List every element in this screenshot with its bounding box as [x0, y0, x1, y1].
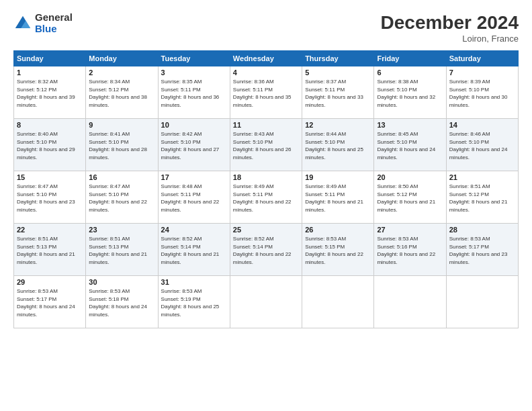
- table-row: 14 Sunrise: 8:46 AM Sunset: 5:10 PM Dayl…: [446, 119, 518, 171]
- logo-text: General Blue: [35, 12, 73, 34]
- table-row: 16 Sunrise: 8:47 AM Sunset: 5:10 PM Dayl…: [86, 171, 158, 224]
- table-row: [302, 276, 374, 328]
- table-row: 31 Sunrise: 8:53 AM Sunset: 5:19 PM Dayl…: [158, 276, 230, 328]
- header-row: Sunday Monday Tuesday Wednesday Thursday…: [14, 51, 519, 66]
- day-info: Sunrise: 8:51 AM Sunset: 5:13 PM Dayligh…: [89, 235, 154, 266]
- day-number: 22: [17, 226, 83, 234]
- day-info: Sunrise: 8:40 AM Sunset: 5:10 PM Dayligh…: [17, 130, 83, 161]
- table-row: 1 Sunrise: 8:32 AM Sunset: 5:12 PM Dayli…: [14, 66, 86, 119]
- day-number: 11: [233, 121, 299, 129]
- day-info: Sunrise: 8:37 AM Sunset: 5:11 PM Dayligh…: [305, 78, 371, 109]
- table-row: 7 Sunrise: 8:39 AM Sunset: 5:10 PM Dayli…: [446, 66, 518, 119]
- table-row: 28 Sunrise: 8:53 AM Sunset: 5:17 PM Dayl…: [446, 224, 518, 276]
- day-info: Sunrise: 8:35 AM Sunset: 5:11 PM Dayligh…: [161, 78, 227, 109]
- logo-blue: Blue: [35, 24, 73, 35]
- day-info: Sunrise: 8:51 AM Sunset: 5:12 PM Dayligh…: [449, 183, 515, 214]
- day-number: 20: [377, 173, 443, 181]
- day-info: Sunrise: 8:51 AM Sunset: 5:13 PM Dayligh…: [17, 235, 83, 266]
- table-row: 21 Sunrise: 8:51 AM Sunset: 5:12 PM Dayl…: [446, 171, 518, 224]
- table-row: 9 Sunrise: 8:41 AM Sunset: 5:10 PM Dayli…: [86, 119, 158, 171]
- day-info: Sunrise: 8:53 AM Sunset: 5:17 PM Dayligh…: [449, 235, 515, 266]
- col-wednesday: Wednesday: [230, 51, 302, 66]
- day-info: Sunrise: 8:38 AM Sunset: 5:10 PM Dayligh…: [377, 78, 443, 109]
- calendar-week-row: 8 Sunrise: 8:40 AM Sunset: 5:10 PM Dayli…: [14, 119, 519, 171]
- table-row: [374, 276, 446, 328]
- day-number: 2: [89, 68, 154, 77]
- day-number: 16: [89, 173, 154, 181]
- table-row: 19 Sunrise: 8:49 AM Sunset: 5:11 PM Dayl…: [302, 171, 374, 224]
- col-friday: Friday: [374, 51, 446, 66]
- day-info: Sunrise: 8:41 AM Sunset: 5:10 PM Dayligh…: [89, 130, 154, 161]
- day-number: 9: [89, 121, 154, 129]
- day-info: Sunrise: 8:53 AM Sunset: 5:18 PM Dayligh…: [89, 287, 154, 318]
- day-info: Sunrise: 8:42 AM Sunset: 5:10 PM Dayligh…: [161, 130, 227, 161]
- logo-icon: [13, 14, 32, 33]
- day-info: Sunrise: 8:52 AM Sunset: 5:14 PM Dayligh…: [161, 235, 227, 266]
- day-number: 31: [161, 278, 227, 286]
- table-row: 17 Sunrise: 8:48 AM Sunset: 5:11 PM Dayl…: [158, 171, 230, 224]
- month-title: December 2024: [381, 12, 519, 34]
- logo-general: General: [35, 12, 73, 24]
- table-row: 13 Sunrise: 8:45 AM Sunset: 5:10 PM Dayl…: [374, 119, 446, 171]
- table-row: 25 Sunrise: 8:52 AM Sunset: 5:14 PM Dayl…: [230, 224, 302, 276]
- day-number: 21: [449, 173, 515, 181]
- day-info: Sunrise: 8:48 AM Sunset: 5:11 PM Dayligh…: [161, 183, 227, 214]
- day-number: 27: [377, 226, 443, 234]
- page: General Blue December 2024 Loiron, Franc…: [0, 0, 532, 411]
- calendar-week-row: 1 Sunrise: 8:32 AM Sunset: 5:12 PM Dayli…: [14, 66, 519, 119]
- day-number: 1: [17, 68, 83, 77]
- location: Loiron, France: [381, 34, 519, 44]
- day-number: 12: [305, 121, 371, 129]
- table-row: 26 Sunrise: 8:53 AM Sunset: 5:15 PM Dayl…: [302, 224, 374, 276]
- table-row: 11 Sunrise: 8:43 AM Sunset: 5:10 PM Dayl…: [230, 119, 302, 171]
- day-info: Sunrise: 8:44 AM Sunset: 5:10 PM Dayligh…: [305, 130, 371, 161]
- day-info: Sunrise: 8:49 AM Sunset: 5:11 PM Dayligh…: [305, 183, 371, 214]
- table-row: [230, 276, 302, 328]
- day-info: Sunrise: 8:36 AM Sunset: 5:11 PM Dayligh…: [233, 78, 299, 109]
- table-row: 24 Sunrise: 8:52 AM Sunset: 5:14 PM Dayl…: [158, 224, 230, 276]
- day-info: Sunrise: 8:53 AM Sunset: 5:16 PM Dayligh…: [377, 235, 443, 266]
- day-info: Sunrise: 8:53 AM Sunset: 5:15 PM Dayligh…: [305, 235, 371, 266]
- day-number: 6: [377, 68, 443, 77]
- day-number: 30: [89, 278, 154, 286]
- table-row: 22 Sunrise: 8:51 AM Sunset: 5:13 PM Dayl…: [14, 224, 86, 276]
- day-number: 3: [161, 68, 227, 77]
- day-number: 24: [161, 226, 227, 234]
- day-number: 17: [161, 173, 227, 181]
- table-row: 3 Sunrise: 8:35 AM Sunset: 5:11 PM Dayli…: [158, 66, 230, 119]
- table-row: [446, 276, 518, 328]
- day-number: 8: [17, 121, 83, 129]
- day-info: Sunrise: 8:47 AM Sunset: 5:10 PM Dayligh…: [17, 183, 83, 214]
- calendar-table: Sunday Monday Tuesday Wednesday Thursday…: [13, 50, 519, 328]
- day-info: Sunrise: 8:32 AM Sunset: 5:12 PM Dayligh…: [17, 78, 83, 109]
- day-info: Sunrise: 8:39 AM Sunset: 5:10 PM Dayligh…: [449, 78, 515, 109]
- day-number: 7: [449, 68, 515, 77]
- day-info: Sunrise: 8:46 AM Sunset: 5:10 PM Dayligh…: [449, 130, 515, 161]
- day-info: Sunrise: 8:49 AM Sunset: 5:11 PM Dayligh…: [233, 183, 299, 214]
- day-info: Sunrise: 8:53 AM Sunset: 5:17 PM Dayligh…: [17, 287, 83, 318]
- col-thursday: Thursday: [302, 51, 374, 66]
- table-row: 15 Sunrise: 8:47 AM Sunset: 5:10 PM Dayl…: [14, 171, 86, 224]
- table-row: 23 Sunrise: 8:51 AM Sunset: 5:13 PM Dayl…: [86, 224, 158, 276]
- day-number: 13: [377, 121, 443, 129]
- table-row: 8 Sunrise: 8:40 AM Sunset: 5:10 PM Dayli…: [14, 119, 86, 171]
- table-row: 2 Sunrise: 8:34 AM Sunset: 5:12 PM Dayli…: [86, 66, 158, 119]
- day-info: Sunrise: 8:47 AM Sunset: 5:10 PM Dayligh…: [89, 183, 154, 214]
- day-info: Sunrise: 8:50 AM Sunset: 5:12 PM Dayligh…: [377, 183, 443, 214]
- table-row: 10 Sunrise: 8:42 AM Sunset: 5:10 PM Dayl…: [158, 119, 230, 171]
- day-info: Sunrise: 8:53 AM Sunset: 5:19 PM Dayligh…: [161, 287, 227, 318]
- table-row: 18 Sunrise: 8:49 AM Sunset: 5:11 PM Dayl…: [230, 171, 302, 224]
- col-saturday: Saturday: [446, 51, 518, 66]
- table-row: 20 Sunrise: 8:50 AM Sunset: 5:12 PM Dayl…: [374, 171, 446, 224]
- day-number: 14: [449, 121, 515, 129]
- table-row: 27 Sunrise: 8:53 AM Sunset: 5:16 PM Dayl…: [374, 224, 446, 276]
- day-number: 28: [449, 226, 515, 234]
- day-info: Sunrise: 8:34 AM Sunset: 5:12 PM Dayligh…: [89, 78, 154, 109]
- day-info: Sunrise: 8:45 AM Sunset: 5:10 PM Dayligh…: [377, 130, 443, 161]
- table-row: 4 Sunrise: 8:36 AM Sunset: 5:11 PM Dayli…: [230, 66, 302, 119]
- day-number: 10: [161, 121, 227, 129]
- table-row: 12 Sunrise: 8:44 AM Sunset: 5:10 PM Dayl…: [302, 119, 374, 171]
- day-number: 15: [17, 173, 83, 181]
- table-row: 5 Sunrise: 8:37 AM Sunset: 5:11 PM Dayli…: [302, 66, 374, 119]
- day-info: Sunrise: 8:52 AM Sunset: 5:14 PM Dayligh…: [233, 235, 299, 266]
